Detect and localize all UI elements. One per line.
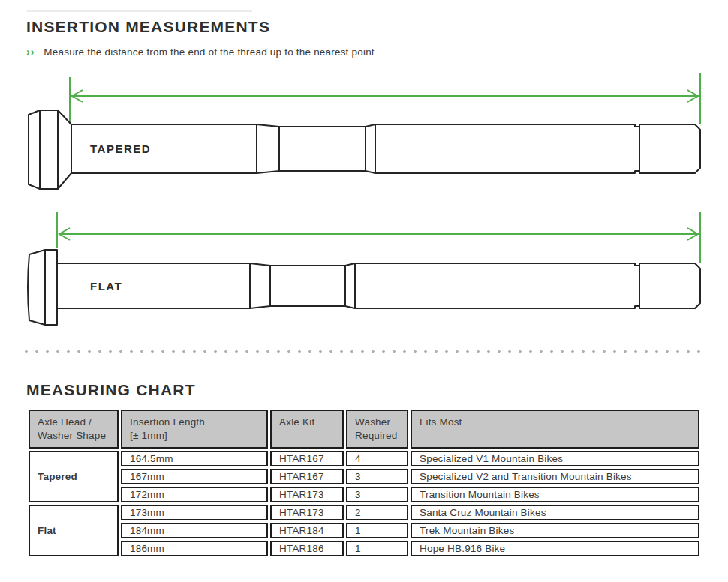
- flat-label: FLAT: [90, 280, 122, 292]
- header-washer-required: Washer Required: [346, 410, 408, 448]
- header-line: Fits Most: [420, 416, 692, 429]
- cell-washers: 2: [346, 505, 408, 520]
- flat-axle-outline: [28, 250, 700, 325]
- tapered-label: TAPERED: [90, 142, 151, 155]
- cell-kit: HTAR173: [270, 487, 344, 502]
- cell-fits: Hope HB.916 Bike: [411, 541, 699, 556]
- cell-length: 173mm: [121, 505, 268, 520]
- insertion-measurements-page: INSERTION MEASUREMENTS ››Measure the dis…: [0, 0, 728, 582]
- cell-washers: 3: [346, 469, 408, 484]
- instruction-note: ››Measure the distance from the end of t…: [26, 46, 375, 58]
- measuring-chart-table: Axle Head / Washer Shape Insertion Lengt…: [26, 407, 702, 559]
- table-row: Tapered 164.5mm HTAR167 4 Specialized V1…: [29, 451, 699, 466]
- cell-length: 186mm: [121, 541, 268, 556]
- cell-kit: HTAR184: [270, 523, 344, 538]
- measuring-chart-title: MEASURING CHART: [26, 381, 196, 399]
- table-row: 172mm HTAR173 3 Transition Mountain Bike…: [29, 487, 699, 502]
- cell-fits: Specialized V1 Mountain Bikes: [411, 451, 699, 466]
- cell-washers: 1: [346, 541, 408, 556]
- table-row: 167mm HTAR167 3 Specialized V2 and Trans…: [29, 469, 699, 484]
- dimension-arrow: [57, 212, 700, 263]
- page-title: INSERTION MEASUREMENTS: [26, 18, 270, 36]
- header-line: [± 1mm]: [130, 429, 260, 442]
- cell-washers: 4: [346, 451, 408, 466]
- chevrons-icon: ››: [26, 46, 35, 58]
- flat-axle-diagram: FLAT: [0, 206, 728, 341]
- cell-fits: Transition Mountain Bikes: [411, 487, 699, 502]
- tapered-axle-diagram: TAPERED: [0, 68, 728, 196]
- table-row: 184mm HTAR184 1 Trek Mountain Bikes: [29, 523, 699, 538]
- cell-kit: HTAR173: [270, 505, 344, 520]
- header-fits-most: Fits Most: [411, 410, 699, 448]
- cell-kit: HTAR167: [270, 451, 344, 466]
- cell-fits: Trek Mountain Bikes: [411, 523, 699, 538]
- cell-washers: 3: [346, 487, 408, 502]
- cell-fits: Specialized V2 and Transition Mountain B…: [411, 469, 699, 484]
- table-row: Flat 173mm HTAR173 2 Santa Cruz Mountain…: [29, 505, 699, 520]
- header-insertion-length: Insertion Length [± 1mm]: [121, 410, 268, 448]
- header-line: Axle Kit: [279, 416, 336, 429]
- header-axle-head: Axle Head / Washer Shape: [29, 410, 119, 448]
- header-line: Washer: [355, 416, 401, 429]
- header-line: Washer Shape: [38, 429, 111, 442]
- table-row: 186mm HTAR186 1 Hope HB.916 Bike: [29, 541, 699, 556]
- cell-fits: Santa Cruz Mountain Bikes: [411, 505, 699, 520]
- cell-length: 167mm: [121, 469, 268, 484]
- dimension-arrow: [70, 73, 700, 124]
- cell-washers: 1: [346, 523, 408, 538]
- cell-length: 164.5mm: [121, 451, 268, 466]
- header-line: Insertion Length: [130, 416, 260, 429]
- header-row: Axle Head / Washer Shape Insertion Lengt…: [29, 410, 699, 448]
- instruction-text: Measure the distance from the end of the…: [44, 46, 374, 58]
- header-line: Axle Head /: [38, 416, 111, 429]
- cell-shape-flat: Flat: [29, 505, 119, 556]
- cell-shape-tapered: Tapered: [29, 451, 119, 502]
- page-crop-artifact: [27, 10, 252, 12]
- cell-length: 172mm: [121, 487, 268, 502]
- cell-kit: HTAR167: [270, 469, 344, 484]
- dotted-divider: [25, 350, 702, 353]
- cell-length: 184mm: [121, 523, 268, 538]
- header-axle-kit: Axle Kit: [270, 410, 344, 448]
- header-line: Required: [355, 429, 401, 442]
- cell-kit: HTAR186: [270, 541, 344, 556]
